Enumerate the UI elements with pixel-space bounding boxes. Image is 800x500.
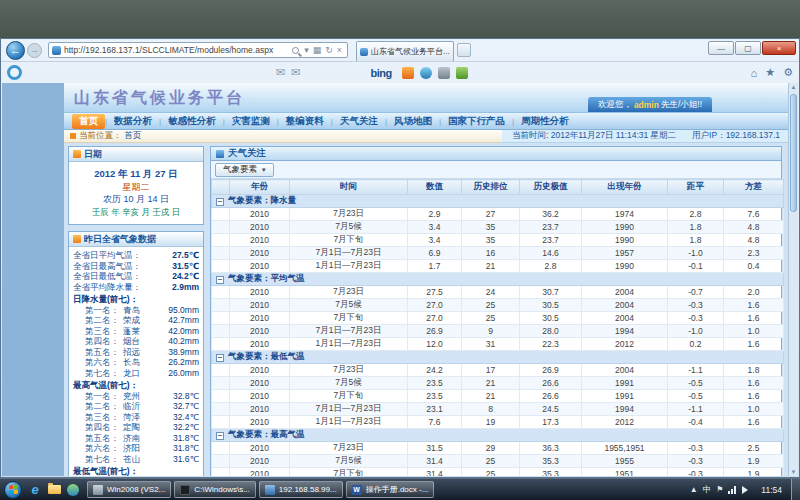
home-icon[interactable]: ⌂ (751, 67, 758, 79)
search-icon[interactable] (292, 47, 299, 54)
taskbar-button-3[interactable]: 192.168.58.99... (259, 481, 343, 498)
tools-gear-icon[interactable]: ⚙ (783, 66, 793, 79)
row-select-cell (212, 390, 230, 403)
page-logo-icon[interactable] (7, 65, 22, 80)
section-row[interactable]: −气象要素：平均气温 (212, 273, 784, 286)
table-row[interactable]: 20107月下旬31.42535.31951-0.31.9 (212, 468, 784, 477)
nav-item-7[interactable]: 风场地图 (387, 114, 439, 129)
table-row[interactable]: 20107月下旬23.52126.61991-0.51.6 (212, 390, 784, 403)
mail-icon-2[interactable]: ✉ (291, 66, 300, 79)
action-center-flag-icon[interactable]: ⚑ (716, 485, 723, 494)
rank-value: 40.2mm (168, 336, 199, 347)
table-row[interactable]: 20107月下旬27.02530.52004-0.31.6 (212, 312, 784, 325)
nav-item-5[interactable]: 整编资料 (279, 114, 331, 129)
start-button[interactable] (4, 481, 22, 499)
refresh-icon[interactable]: ↻ (325, 45, 333, 55)
column-header[interactable]: 数值 (408, 180, 462, 195)
table-row[interactable]: 20107月1日—7月23日6.91614.61957-1.02.3 (212, 247, 784, 260)
toolbar-app-icon-3[interactable] (438, 67, 450, 79)
taskbar-button-4[interactable]: W操作手册.docx -... (346, 481, 435, 498)
table-row[interactable]: 20107月5候3.43523.719901.84.8 (212, 221, 784, 234)
collapse-icon[interactable]: − (216, 276, 224, 284)
section-row[interactable]: −气象要素：最低气温 (212, 351, 784, 364)
breadcrumb-value[interactable]: 首页 (125, 130, 142, 142)
favorites-star-icon[interactable]: ★ (765, 66, 775, 79)
column-header[interactable]: 时间 (290, 180, 408, 195)
table-cell: 19 (462, 416, 520, 429)
minimize-button[interactable]: — (708, 41, 734, 55)
select-column-header (212, 180, 230, 195)
table-row[interactable]: 20107月23日31.52936.31955,1951-0.32.5 (212, 442, 784, 455)
volume-icon[interactable] (742, 486, 752, 494)
collapse-icon[interactable]: − (216, 432, 224, 440)
table-row[interactable]: 20107月5候27.02530.52004-0.31.6 (212, 299, 784, 312)
compatibility-view-icon[interactable]: ▦ (313, 45, 322, 55)
scrollbar-thumb[interactable] (790, 94, 797, 212)
scroll-down-icon[interactable]: ▼ (789, 469, 798, 475)
table-cell: 2012 (582, 338, 668, 351)
toolbar-app-icon-1[interactable] (402, 67, 414, 79)
site-favicon (52, 46, 61, 55)
nav-item-8[interactable]: 国家下行产品 (441, 114, 512, 129)
table-cell: 1.6 (724, 338, 784, 351)
table-row[interactable]: 20107月23日24.21726.92004-1.11.8 (212, 364, 784, 377)
toolbar-app-icon-2[interactable] (420, 67, 432, 79)
table-row[interactable]: 20107月1日—7月23日26.9928.01994-1.01.0 (212, 325, 784, 338)
quicklaunch-explorer-icon[interactable] (46, 482, 62, 498)
column-header[interactable]: 年份 (230, 180, 290, 195)
new-tab-button[interactable] (457, 43, 471, 57)
table-row[interactable]: 20107月5候31.42535.31955-0.31.9 (212, 455, 784, 468)
taskbar-button-2[interactable]: C:\Windows\s... (174, 481, 256, 498)
table-row[interactable]: 20101月1日—7月23日1.7212.81990-0.10.4 (212, 260, 784, 273)
column-header[interactable]: 距平 (668, 180, 724, 195)
address-bar[interactable]: http://192.168.137.1/SLCCLIMATE/modules/… (48, 42, 348, 58)
table-cell: 1.9 (724, 468, 784, 477)
nav-item-2[interactable]: 数据分析 (107, 114, 159, 129)
close-button[interactable]: × (762, 41, 796, 55)
table-row[interactable]: 20107月1日—7月23日23.1824.51994-1.11.0 (212, 403, 784, 416)
language-indicator[interactable]: 中 (703, 484, 712, 496)
element-filter-button[interactable]: 气象要素 ▾ (215, 163, 274, 177)
nav-item-9[interactable]: 周期性分析 (514, 114, 576, 129)
table-row[interactable]: 20107月23日27.52430.72004-0.72.0 (212, 286, 784, 299)
column-header[interactable]: 历史排位 (462, 180, 520, 195)
table-row[interactable]: 20107月5候23.52126.61991-0.51.6 (212, 377, 784, 390)
nav-item-1[interactable]: 首页 (72, 114, 105, 129)
bing-logo[interactable]: bing (370, 67, 391, 79)
taskbar-button-icon (180, 485, 190, 495)
tray-expand-icon[interactable]: ▲ (690, 485, 698, 494)
column-header[interactable]: 方差 (724, 180, 784, 195)
forward-button[interactable]: → (27, 43, 42, 58)
collapse-icon[interactable]: − (216, 198, 224, 206)
taskbar-button-1[interactable]: Win2008 (VS2... (87, 481, 171, 498)
toolbar-app-icon-4[interactable] (456, 67, 468, 79)
nav-item-4[interactable]: 灾害监测 (225, 114, 277, 129)
nav-item-6[interactable]: 天气关注 (333, 114, 385, 129)
address-dropdown-icon[interactable]: ▾ (304, 45, 309, 55)
nav-item-3[interactable]: 敏感性分析 (161, 114, 223, 129)
collapse-icon[interactable]: − (216, 354, 224, 362)
browser-tab[interactable]: 山东省气候业务平台... (356, 41, 454, 61)
clock[interactable]: 11:54 (757, 485, 786, 495)
scroll-up-icon[interactable]: ▲ (789, 84, 798, 90)
quicklaunch-ie-icon[interactable]: e (27, 482, 43, 498)
section-row[interactable]: −气象要素：最高气温 (212, 429, 784, 442)
table-row[interactable]: 20107月下旬3.43523.719901.84.8 (212, 234, 784, 247)
table-cell: 7月下旬 (290, 234, 408, 247)
section-row[interactable]: −气象要素：降水量 (212, 195, 784, 208)
quicklaunch-app-icon[interactable] (65, 482, 81, 498)
column-header[interactable]: 出现年份 (582, 180, 668, 195)
column-header[interactable]: 历史极值 (520, 180, 582, 195)
back-button[interactable]: ← (6, 41, 25, 60)
network-icon[interactable] (728, 486, 737, 494)
url-text[interactable]: http://192.168.137.1/SLCCLIMATE/modules/… (64, 45, 289, 55)
vertical-scrollbar[interactable]: ▲ ▼ (788, 83, 798, 476)
show-desktop-button[interactable] (791, 479, 800, 500)
table-row[interactable]: 20107月23日2.92736.219742.87.6 (212, 208, 784, 221)
table-row[interactable]: 20101月1日—7月23日12.03122.320120.21.6 (212, 338, 784, 351)
stop-icon[interactable]: × (337, 45, 342, 55)
desktop-background (0, 0, 800, 40)
maximize-button[interactable]: ▢ (735, 41, 761, 55)
table-row[interactable]: 20101月1日—7月23日7.61917.32012-0.41.6 (212, 416, 784, 429)
mail-icon[interactable]: ✉ (276, 66, 285, 79)
